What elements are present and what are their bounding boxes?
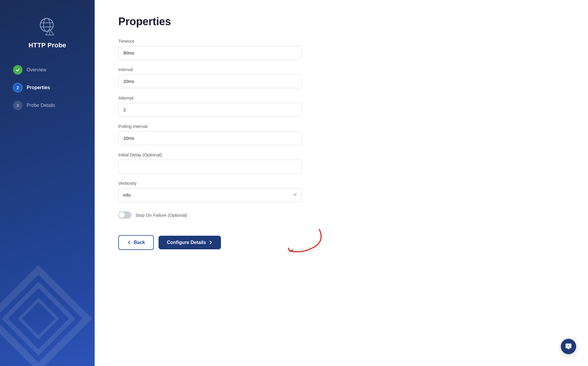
initial-delay-label: Initial Delay (Optional): [118, 152, 302, 157]
interval-input[interactable]: [118, 74, 302, 88]
sidebar-watermark: [0, 262, 95, 366]
attempt-input[interactable]: [118, 103, 302, 117]
polling-interval-input[interactable]: [118, 131, 302, 145]
interval-group: Interval: [118, 67, 302, 88]
nav-badge-properties: 2: [13, 83, 22, 92]
stop-on-failure-label: Stop On Failure (Optional): [135, 213, 187, 218]
sidebar-item-overview-label: Overview: [27, 67, 46, 73]
polling-interval-label: Polling Interval: [118, 124, 302, 129]
sidebar-item-probe-details-label: Probe Details: [27, 103, 55, 108]
attempt-label: Attempt: [118, 95, 302, 100]
toggle-knob: [119, 212, 125, 218]
verbosity-label: Verbosity: [118, 181, 302, 186]
stop-on-failure-row: Stop On Failure (Optional): [118, 209, 302, 221]
svg-text:?: ?: [568, 345, 569, 347]
main-content: Properties Timeout Interval Attempt Poll…: [95, 0, 588, 366]
verbosity-select[interactable]: Info Debug Warning Error: [118, 188, 302, 202]
verbosity-select-wrapper: Info Debug Warning Error: [118, 188, 302, 202]
sidebar-icon-area: HTTP Probe: [28, 14, 66, 49]
stop-on-failure-toggle[interactable]: [118, 211, 131, 219]
back-button[interactable]: Back: [118, 235, 154, 250]
chevron-left-icon: [127, 240, 131, 245]
verbosity-group: Verbosity Info Debug Warning Error: [118, 181, 302, 202]
timeout-group: Timeout: [118, 38, 302, 60]
timeout-label: Timeout: [118, 38, 302, 44]
chevron-right-icon: [209, 240, 213, 245]
chat-button[interactable]: ?: [561, 339, 576, 354]
attempt-group: Attempt: [118, 95, 302, 117]
form-section: Timeout Interval Attempt Polling Interva…: [118, 38, 302, 250]
nav-badge-overview: [13, 65, 22, 75]
sidebar-item-probe-details[interactable]: 3 Probe Details: [9, 98, 85, 113]
sidebar-item-properties-label: Properties: [27, 85, 50, 90]
svg-point-0: [40, 18, 53, 31]
sidebar-nav: Overview 2 Properties 3 Probe Details: [9, 62, 85, 113]
initial-delay-input[interactable]: [118, 160, 302, 174]
initial-delay-group: Initial Delay (Optional): [118, 152, 302, 174]
http-probe-icon: [35, 14, 59, 38]
buttons-row: Back Configure Details: [118, 235, 302, 250]
configure-details-button[interactable]: Configure Details: [159, 236, 221, 249]
sidebar-title: HTTP Probe: [28, 41, 66, 49]
arrow-annotation: [272, 225, 325, 259]
sidebar-item-properties[interactable]: 2 Properties: [9, 80, 85, 95]
svg-point-1: [43, 18, 50, 31]
page-title: Properties: [118, 15, 564, 28]
nav-badge-probe-details: 3: [13, 101, 22, 110]
chat-icon: ?: [565, 343, 572, 350]
sidebar-item-overview[interactable]: Overview: [9, 62, 85, 78]
interval-label: Interval: [118, 67, 302, 72]
polling-interval-group: Polling Interval: [118, 124, 302, 145]
svg-point-5: [49, 34, 50, 35]
timeout-input[interactable]: [118, 46, 302, 60]
sidebar: HTTP Probe Overview 2 Properties 3 Probe…: [0, 0, 95, 366]
